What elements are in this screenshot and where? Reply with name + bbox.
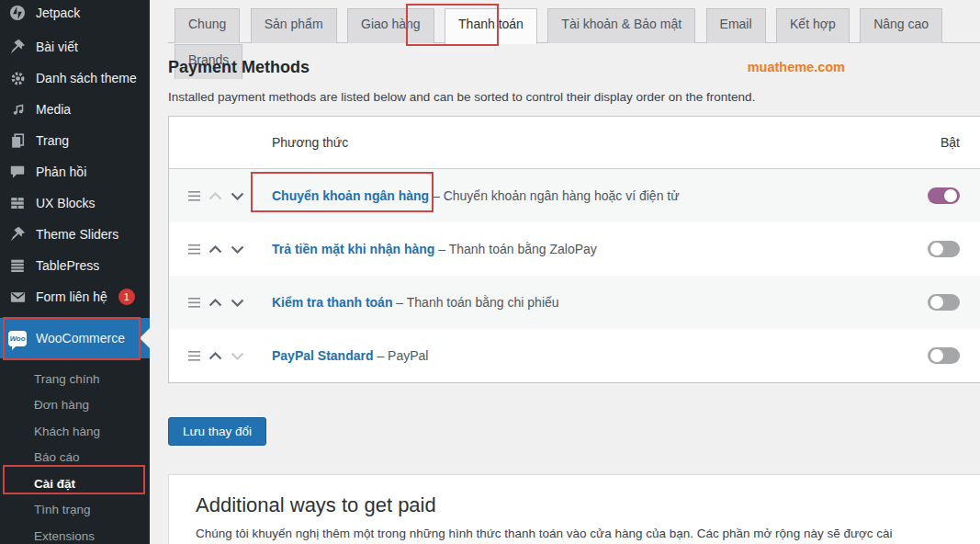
table-row-bank-transfer: Chuyển khoản ngân hàng – Chuyển khoản ng…	[169, 169, 980, 222]
woocommerce-icon: Woo	[8, 329, 27, 347]
method-link-cheque[interactable]: Kiểm tra thanh toán	[272, 295, 392, 310]
sidebar-item-label: TablePress	[36, 258, 99, 273]
tab-payments[interactable]: Thanh toán	[445, 8, 537, 44]
sidebar-item-contact-form[interactable]: Form liên hệ 1	[0, 281, 150, 312]
comment-icon	[8, 163, 27, 181]
page-header: Payment Methods muatheme.com	[168, 58, 980, 77]
sidebar-item-themes[interactable]: Danh sách theme	[0, 62, 150, 94]
page-description: Installed payment methods are listed bel…	[168, 90, 980, 104]
blocks-icon	[8, 194, 27, 212]
sidebar-item-theme-sliders[interactable]: Theme Sliders	[0, 219, 150, 250]
submenu-item-extensions[interactable]: Extensions	[0, 523, 150, 544]
enable-toggle-bank-transfer[interactable]	[928, 187, 960, 204]
sidebar-item-label: Trang	[36, 133, 69, 148]
move-up-icon[interactable]	[208, 299, 222, 307]
payment-methods-table: Phương thức Bật Chuyển khoản ngân h	[168, 116, 980, 383]
drag-handle-icon[interactable]	[188, 298, 200, 308]
mail-icon	[8, 288, 27, 306]
sidebar-item-ux-blocks[interactable]: UX Blocks	[0, 187, 150, 219]
table-row-cheque: Kiểm tra thanh toán – Thanh toán bằng ch…	[169, 276, 980, 329]
settings-tabs: Chung Sản phẩm Giao hàng Thanh toán Tài …	[168, 7, 980, 43]
enable-toggle-cheque[interactable]	[928, 294, 960, 311]
toggle-knob	[930, 243, 943, 255]
method-description: – Thanh toán bằng ZaloPay	[438, 242, 597, 256]
method-description: – Chuyển khoản ngân hàng hoặc ví điện tử	[433, 188, 680, 203]
additional-ways-title: Additional ways to get paid	[196, 493, 962, 517]
sidebar-item-label: Phản hồi	[36, 164, 86, 179]
tab-integration[interactable]: Kết hợp	[776, 8, 850, 43]
toggle-knob	[944, 189, 957, 202]
sidebar-item-comments[interactable]: Phản hồi	[0, 156, 150, 187]
tab-shipping[interactable]: Giao hàng	[347, 8, 434, 43]
tab-advanced[interactable]: Nâng cao	[860, 8, 942, 43]
gear-icon	[8, 69, 27, 87]
submenu-item-customers[interactable]: Khách hàng	[0, 418, 150, 445]
sidebar-item-label: Jetpack	[36, 6, 80, 20]
move-down-icon	[231, 352, 244, 360]
table-row-paypal: PayPal Standard – PayPal	[169, 329, 980, 382]
drag-handle-icon[interactable]	[188, 191, 200, 201]
submenu-item-reports[interactable]: Báo cáo	[0, 445, 150, 471]
move-up-icon[interactable]	[208, 352, 222, 360]
move-down-icon[interactable]	[231, 192, 244, 200]
table-icon	[8, 256, 27, 275]
pin-icon	[8, 38, 27, 56]
watermark-text: muatheme.com	[748, 60, 845, 74]
enable-toggle-paypal[interactable]	[928, 347, 960, 364]
settings-main: Chung Sản phẩm Giao hàng Thanh toán Tài …	[150, 0, 980, 544]
method-link-paypal[interactable]: PayPal Standard	[272, 348, 374, 363]
active-menu-arrow	[140, 328, 150, 348]
woocommerce-submenu: Trang chính Đơn hàng Khách hàng Báo cáo …	[0, 358, 150, 544]
page-title: Payment Methods	[168, 58, 980, 77]
method-link-cod[interactable]: Trả tiền mặt khi nhận hàng	[272, 242, 434, 256]
sidebar-item-label: Media	[36, 102, 71, 117]
additional-ways-text: Chúng tôi khuyến nghị thêm một trong nhữ…	[196, 524, 912, 544]
jetpack-icon	[8, 4, 27, 22]
sidebar-item-pages[interactable]: Trang	[0, 125, 150, 156]
method-description: – Thanh toán bằng chi phiếu	[396, 295, 558, 310]
submenu-item-home[interactable]: Trang chính	[0, 366, 150, 392]
column-header-method: Phương thức	[272, 135, 941, 150]
sidebar-item-tablepress[interactable]: TablePress	[0, 250, 150, 281]
admin-window: Jetpack Bài viết Danh sách theme Media	[0, 0, 980, 544]
sidebar-item-label: Danh sách theme	[36, 71, 137, 85]
media-icon	[8, 100, 27, 119]
tab-products[interactable]: Sản phẩm	[251, 8, 337, 43]
sidebar-item-posts[interactable]: Bài viết	[0, 31, 150, 62]
column-header-enabled: Bật	[941, 135, 980, 150]
sidebar-item-label: Form liên hệ	[36, 289, 107, 304]
sidebar-item-label: Bài viết	[36, 40, 78, 54]
tab-accounts-privacy[interactable]: Tài khoản & Bảo mật	[547, 8, 695, 43]
sidebar-item-label: Theme Sliders	[36, 227, 118, 242]
move-up-icon	[208, 192, 222, 200]
sidebar-item-label: UX Blocks	[36, 196, 96, 210]
table-header-row: Phương thức Bật	[169, 117, 980, 169]
additional-ways-card: Additional ways to get paid Chúng tôi kh…	[168, 474, 980, 544]
sidebar-item-woocommerce[interactable]: Woo WooCommerce	[0, 318, 150, 358]
toggle-knob	[930, 349, 943, 362]
move-down-icon[interactable]	[231, 299, 244, 307]
toggle-knob	[930, 296, 943, 309]
tab-general[interactable]: Chung	[175, 8, 240, 43]
save-changes-button[interactable]: Lưu thay đổi	[168, 417, 266, 446]
submenu-item-orders[interactable]: Đơn hàng	[0, 392, 150, 419]
notification-badge: 1	[118, 289, 135, 305]
method-description: – PayPal	[377, 348, 428, 363]
drag-handle-icon[interactable]	[188, 244, 200, 255]
pin-icon	[8, 225, 27, 244]
drag-handle-icon[interactable]	[188, 351, 200, 361]
table-row-cod: Trả tiền mặt khi nhận hàng – Thanh toán …	[169, 222, 980, 276]
sidebar-item-label: WooCommerce	[36, 331, 125, 346]
admin-sidebar: Jetpack Bài viết Danh sách theme Media	[0, 0, 150, 544]
move-up-icon[interactable]	[208, 245, 222, 254]
submenu-item-status[interactable]: Tình trạng	[0, 497, 150, 524]
method-link-bank-transfer[interactable]: Chuyển khoản ngân hàng	[272, 188, 429, 203]
enable-toggle-cod[interactable]	[928, 241, 960, 257]
pages-icon	[8, 131, 27, 150]
tab-email[interactable]: Email	[706, 8, 766, 43]
sidebar-item-jetpack[interactable]: Jetpack	[0, 0, 150, 26]
sidebar-item-media[interactable]: Media	[0, 94, 150, 125]
move-down-icon[interactable]	[231, 245, 244, 254]
submenu-item-settings[interactable]: Cài đặt	[0, 470, 150, 497]
